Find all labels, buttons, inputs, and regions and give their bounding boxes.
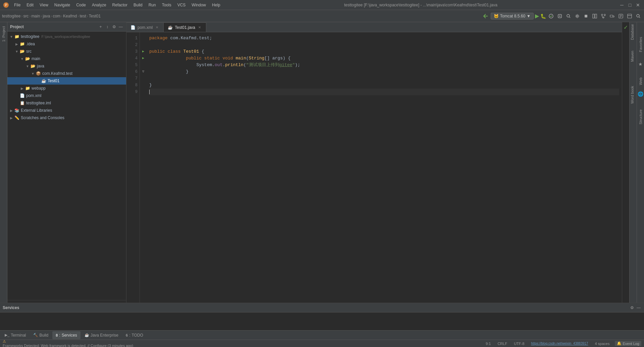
status-crlf[interactable]: CRLF [496,342,508,346]
breadcrumb-com[interactable]: com [53,14,60,18]
web-icon[interactable]: 🌐 [638,91,643,97]
menu-edit[interactable]: Edit [24,2,36,8]
tab-build[interactable]: 🔨 Build [30,331,52,339]
minimize-button[interactable]: ─ [619,2,625,8]
maven-panel-label[interactable]: Maven [630,49,637,64]
tree-item-pom[interactable]: 📄 pom.xml [7,92,126,99]
notifications-icon[interactable] [617,12,625,20]
project-panel-scrollbar[interactable] [7,300,126,303]
tab-terminal[interactable]: ▶_ Terminal [1,331,29,339]
tree-toggle-webapp[interactable]: ▶ [19,86,25,91]
tree-toggle-package[interactable]: ▼ [30,71,36,76]
tree-toggle-idea[interactable]: ▶ [14,41,19,47]
tree-item-package[interactable]: ▼ 📦 com.Keafmd.test [7,70,126,77]
menu-window[interactable]: Window [189,2,209,8]
maximize-button[interactable]: □ [627,2,633,8]
tree-toggle-main[interactable]: ▼ [19,56,25,61]
menu-tools[interactable]: Tools [159,2,174,8]
tree-item-iml[interactable]: 📋 testtogitee.iml [7,99,126,107]
tab-test01-java[interactable]: ☕ Test01.java ✕ [164,22,206,32]
event-log-button[interactable]: 🔔 Event Log [615,341,641,346]
status-position[interactable]: 9:1 [484,342,492,346]
tree-item-test01[interactable]: ☕ Test01 [7,77,126,85]
window-layout-icon[interactable] [626,12,633,20]
tree-toggle-java[interactable]: ▼ [25,63,30,69]
structure-label[interactable]: Structure [638,108,643,126]
menu-view[interactable]: View [37,2,51,8]
tab-java-enterprise[interactable]: ☕ Java Enterprise [81,331,122,339]
close-button[interactable]: ✕ [635,2,641,8]
tree-item-java[interactable]: ▼ 📂 java [7,62,126,70]
project-sidebar-label[interactable]: 1: Project [1,25,6,43]
code-content[interactable]: package com.Keafmd.test; public class Te… [147,32,622,303]
tree-toggle-scratches[interactable]: ▶ [9,115,14,120]
menu-navigate[interactable]: Navigate [52,2,73,8]
tree-toggle-src[interactable]: ▼ [14,49,19,54]
breadcrumb-main[interactable]: main [31,14,40,18]
breadcrumb-project[interactable]: testtogitee [2,14,20,18]
bottom-panel-minimize-icon[interactable]: — [636,305,641,310]
vcs-button[interactable] [600,12,607,20]
search-icon[interactable] [635,12,642,20]
tree-item-scratches[interactable]: ▶ ✏️ Scratches and Consoles [7,114,126,121]
project-panel-title: Project [10,24,97,29]
pom-tab-close[interactable]: ✕ [155,25,159,30]
status-charset[interactable]: UTF-8 [513,342,526,346]
coverage-button[interactable] [547,12,555,20]
panel-add-icon[interactable]: + [98,24,103,30]
favorites-label[interactable]: Favorites [638,36,643,53]
breadcrumb-src[interactable]: src [23,14,29,18]
gutter-run-3[interactable]: ▶ [141,48,146,55]
status-link[interactable]: https://blog.csdn.net/weixin_43883917 [530,342,589,345]
menu-code[interactable]: Code [73,2,89,8]
bookmark-icon[interactable]: ★ [638,61,643,67]
bottom-panel-settings-icon[interactable]: ⚙ [629,305,635,310]
breadcrumb-test[interactable]: test [79,14,86,18]
status-warning[interactable]: ⚠ Frameworks Detected: Web framework is … [3,339,482,347]
breadcrumb-keafmd[interactable]: Keafmd [63,14,77,18]
menu-analyze[interactable]: Analyze [89,2,109,8]
breadcrumb-test01[interactable]: Test01 [89,14,101,18]
tree-root[interactable]: ▼ 📁 testtogitee F:\java_workspace\testto… [7,33,126,40]
run-button[interactable]: ▶ [535,13,539,19]
settings-icon[interactable] [574,12,581,20]
menu-file[interactable]: File [11,2,23,8]
search-everywhere-icon[interactable] [565,12,572,20]
tab-todo[interactable]: 6 : TODO [122,331,147,339]
tree-item-main[interactable]: ▼ 📂 main [7,55,126,62]
tree-item-idea[interactable]: ▶ 📁 .idea [7,40,126,48]
services-label: Services [62,333,77,338]
test01-tab-close[interactable]: ✕ [197,25,202,30]
menu-help[interactable]: Help [209,2,223,8]
gutter-fold-6[interactable]: ▽ [141,68,146,75]
panel-settings-icon[interactable]: ⚙ [111,24,117,30]
tree-toggle-root[interactable]: ▼ [9,34,14,39]
menu-build[interactable]: Build [131,2,145,8]
tree-toggle-extlibs[interactable]: ▶ [9,108,14,113]
code-editor[interactable]: 1 2 3 4 5 6 7 8 9 ▶ ▶ ▽ [126,32,622,303]
debug-button[interactable]: 🐛 [540,13,546,19]
profile-button[interactable] [556,12,564,20]
panel-close-icon[interactable]: — [118,24,123,30]
tree-item-extlibs[interactable]: ▶ 📚 External Libraries [7,107,126,114]
menu-vcs[interactable]: VCS [175,2,189,8]
tree-item-src[interactable]: ▼ 📂 src [7,48,126,55]
tree-item-webapp[interactable]: ▶ 📁 webapp [7,85,126,92]
layout-button[interactable] [591,12,598,20]
status-spaces[interactable]: 4 spaces [593,342,611,346]
menu-refactor[interactable]: Refactor [110,2,130,8]
pom-tab-label: pom.xml [138,25,153,30]
breadcrumb-java[interactable]: java [43,14,50,18]
tab-services[interactable]: 8 : Services [52,331,80,339]
stop-button[interactable] [582,12,590,20]
database-panel-label[interactable]: Database [630,22,637,42]
wordbook-panel-label[interactable]: Word book [630,84,637,106]
tomcat-selector[interactable]: 🐱 Tomcat 8.5.60 ▼ [491,13,534,19]
tab-pom-xml[interactable]: 📄 pom.xml ✕ [126,22,164,32]
web-label[interactable]: Web [638,76,643,86]
gutter-run-4[interactable]: ▶ [141,55,146,62]
toolbar-back-icon[interactable] [482,12,489,20]
menu-run[interactable]: Run [146,2,159,8]
panel-sync-icon[interactable]: ↕ [105,24,110,30]
plugins-button[interactable] [608,12,616,20]
